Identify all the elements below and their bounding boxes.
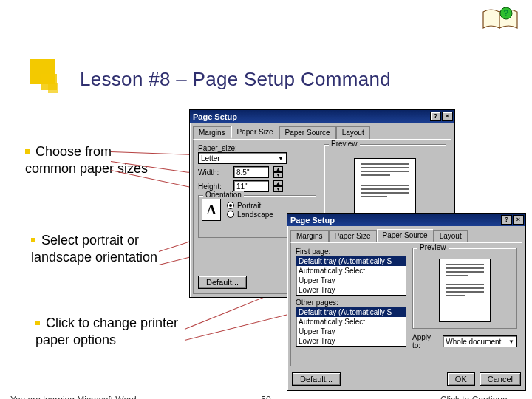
tab-paper-size[interactable]: Paper Size: [329, 230, 377, 243]
footer-page-number: 50: [261, 395, 270, 399]
preview-label: Preview: [417, 243, 449, 251]
tab-paper-source[interactable]: Paper Source: [279, 126, 336, 140]
first-page-list[interactable]: Default tray (Automatically S Automatica…: [296, 256, 406, 296]
radio-portrait[interactable]: Portrait: [227, 202, 273, 210]
paper-size-label: Paper_size:: [198, 144, 316, 152]
caption-paper-sizes: Choose from common paper sizes: [25, 143, 151, 177]
dialog-titlebar[interactable]: Page Setup ? ×: [287, 214, 525, 226]
paper-size-combo[interactable]: Letter ▼: [198, 152, 287, 164]
apply-to-combo[interactable]: Whole document ▼: [443, 335, 517, 347]
dialog-title: Page Setup: [290, 216, 335, 225]
preview-page: [439, 259, 491, 322]
help-book-icon: ?: [482, 6, 519, 31]
dialog-title: Page Setup: [193, 112, 237, 121]
chevron-down-icon: ▼: [508, 338, 514, 345]
tab-layout[interactable]: Layout: [434, 230, 468, 243]
slide-title: Lesson #8 – Page Setup Command: [80, 68, 391, 91]
list-item[interactable]: Upper Tray: [296, 327, 406, 336]
svg-text:?: ?: [503, 8, 508, 18]
footer-continue[interactable]: Click to Continue →: [440, 395, 519, 399]
tab-row: Margins Paper Size Paper Source Layout: [287, 226, 525, 242]
first-page-label: First page:: [296, 248, 406, 256]
height-spinner[interactable]: ▲▼: [273, 180, 283, 192]
orientation-group-label: Orientation: [203, 191, 244, 199]
list-item[interactable]: Automatically Select: [296, 317, 406, 327]
help-button[interactable]: ?: [430, 112, 441, 121]
default-button[interactable]: Default...: [292, 372, 341, 386]
preview-label: Preview: [329, 140, 360, 148]
close-button[interactable]: ×: [513, 215, 524, 225]
page-setup-dialog-papersource: Page Setup ? × Margins Paper Size Paper …: [287, 213, 526, 391]
close-button[interactable]: ×: [442, 112, 453, 121]
list-item[interactable]: Automatically Select: [296, 266, 406, 276]
caption-paper-source: Click to change printer paper options: [35, 315, 198, 348]
default-button[interactable]: Default...: [198, 276, 247, 289]
caption-orientation: Select portrait or landscape orientation: [31, 232, 171, 265]
list-item[interactable]: Default tray (Automatically S: [296, 256, 406, 266]
help-button[interactable]: ?: [501, 215, 512, 225]
other-pages-label: Other pages:: [296, 299, 406, 307]
radio-landscape[interactable]: Landscape: [227, 211, 273, 219]
ok-button[interactable]: OK: [447, 372, 475, 386]
orientation-preview-icon: A: [202, 199, 221, 221]
width-label: Width:: [198, 168, 229, 177]
list-item[interactable]: Lower Tray: [296, 336, 406, 346]
tab-layout[interactable]: Layout: [336, 126, 370, 140]
tab-row: Margins Paper Size Paper Source Layout: [190, 123, 454, 139]
list-item[interactable]: Default tray (Automatically S: [296, 307, 406, 317]
cancel-button[interactable]: Cancel: [480, 372, 521, 386]
decor-square: [48, 83, 58, 93]
title-rule: [30, 100, 502, 100]
list-item[interactable]: Upper Tray: [296, 276, 406, 285]
tab-margins[interactable]: Margins: [290, 230, 329, 243]
dialog-titlebar[interactable]: Page Setup ? ×: [190, 110, 454, 123]
tab-paper-size[interactable]: Paper Size: [231, 126, 279, 139]
width-input[interactable]: [233, 166, 269, 178]
other-pages-list[interactable]: Default tray (Automatically S Automatica…: [296, 307, 406, 347]
height-label: Height:: [198, 183, 229, 191]
width-spinner[interactable]: ▲▼: [273, 166, 283, 178]
tab-paper-source[interactable]: Paper Source: [377, 229, 434, 242]
tab-margins[interactable]: Margins: [193, 126, 231, 140]
footer-left: You are learning Microsoft Word: [10, 395, 137, 399]
list-item[interactable]: Lower Tray: [296, 285, 406, 295]
apply-to-label: Apply to:: [412, 333, 438, 349]
chevron-down-icon: ▼: [278, 155, 284, 162]
